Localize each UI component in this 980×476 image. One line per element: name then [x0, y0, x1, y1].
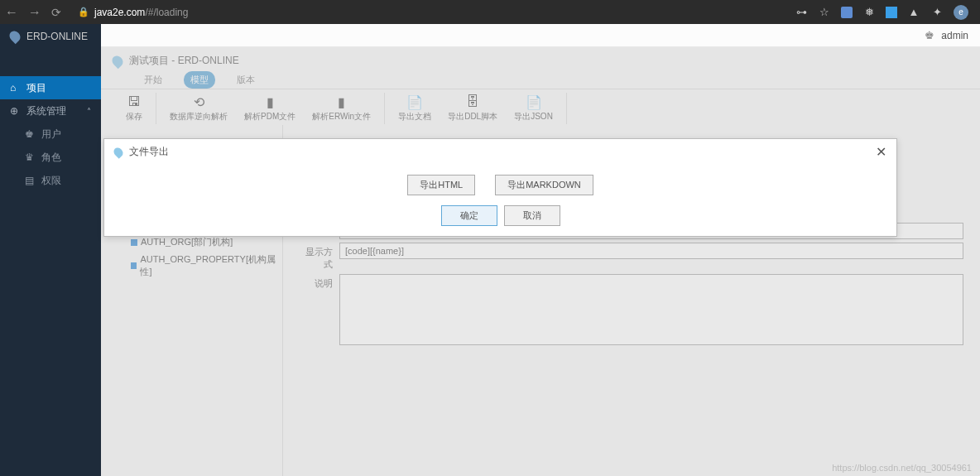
- modal-icon: [112, 146, 125, 159]
- user-icon: ♚: [25, 128, 35, 140]
- roles-icon: ♛: [25, 151, 35, 163]
- extension-icon-4[interactable]: ▲: [907, 6, 920, 19]
- watermark: https://blog.csdn.net/qq_30054961: [832, 463, 972, 473]
- export-modal: 文件导出 ✕ 导出HTML 导出MARKDOWN 确定 取消: [103, 138, 897, 237]
- sidebar-label: 系统管理: [26, 104, 66, 118]
- sidebar: ERD-ONLINE ⌂ 项目 ⊕ 系统管理 ˄ ♚ 用户 ♛ 角色 ▤ 权限: [0, 24, 101, 476]
- browser-toolbar: ← → ⟳ 🔒 java2e.com/#/loading ⊶ ☆ ❅ ▲ ✦ e: [0, 0, 980, 24]
- user-avatar-icon: ♚: [925, 29, 934, 41]
- app-topbar: ♚ admin: [101, 24, 980, 47]
- chevron-up-icon: ˄: [87, 107, 91, 116]
- sidebar-sub-permissions[interactable]: ▤ 权限: [0, 169, 101, 192]
- ok-button[interactable]: 确定: [441, 205, 497, 226]
- sidebar-item-system[interactable]: ⊕ 系统管理 ˄: [0, 99, 101, 123]
- modal-close-button[interactable]: ✕: [876, 144, 886, 160]
- back-button[interactable]: ←: [5, 5, 18, 20]
- cancel-button[interactable]: 取消: [504, 205, 560, 226]
- extensions-menu-icon[interactable]: ✦: [930, 6, 944, 19]
- export-html-button[interactable]: 导出HTML: [407, 175, 475, 195]
- username: admin: [941, 30, 968, 41]
- extension-icon-1[interactable]: [841, 7, 853, 18]
- reload-button[interactable]: ⟳: [51, 6, 61, 19]
- user-info[interactable]: ♚ admin: [925, 29, 968, 41]
- address-bar[interactable]: 🔒 java2e.com/#/loading: [70, 7, 786, 18]
- sidebar-sub-users[interactable]: ♚ 用户: [0, 123, 101, 146]
- sidebar-label: 项目: [26, 81, 46, 95]
- sidebar-item-project[interactable]: ⌂ 项目: [0, 76, 101, 99]
- permissions-icon: ▤: [25, 175, 35, 186]
- modal-overlay: [101, 47, 980, 476]
- modal-title: 文件导出: [129, 145, 169, 159]
- gear-icon: ⊕: [10, 105, 20, 117]
- bookmark-star-icon[interactable]: ☆: [818, 6, 831, 19]
- extension-icon-3[interactable]: [886, 7, 897, 18]
- logo-icon: [7, 28, 22, 43]
- brand-text: ERD-ONLINE: [26, 31, 88, 42]
- profile-avatar[interactable]: e: [954, 5, 968, 20]
- sidebar-sub-label: 角色: [41, 151, 61, 165]
- extension-icon-2[interactable]: ❅: [862, 6, 876, 19]
- key-icon[interactable]: ⊶: [795, 6, 808, 19]
- sidebar-sub-label: 用户: [41, 127, 61, 142]
- brand-logo: ERD-ONLINE: [0, 24, 101, 48]
- forward-button[interactable]: →: [28, 5, 41, 20]
- home-icon: ⌂: [10, 82, 20, 94]
- sidebar-sub-label: 权限: [41, 174, 61, 188]
- url-host: java2e.com: [94, 7, 145, 18]
- url-path: /#/loading: [145, 7, 188, 18]
- lock-icon: 🔒: [78, 7, 89, 17]
- sidebar-sub-roles[interactable]: ♛ 角色: [0, 146, 101, 169]
- content-area: 测试项目 - ERD-ONLINE 开始 模型 版本 🖫 保存 ⟲ 数据库逆向解…: [101, 47, 980, 476]
- export-markdown-button[interactable]: 导出MARKDOWN: [495, 175, 593, 195]
